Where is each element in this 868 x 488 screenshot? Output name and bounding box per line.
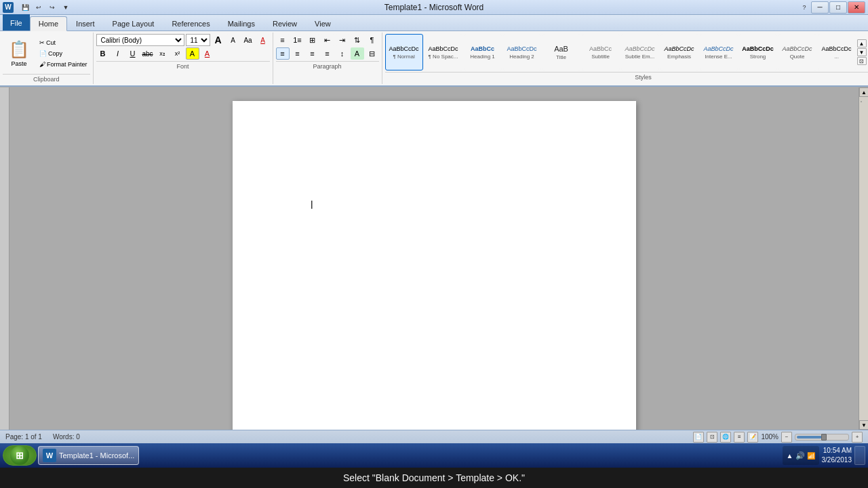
strikethrough-btn[interactable]: abc <box>141 47 155 60</box>
style-title[interactable]: AaB Title <box>542 34 580 70</box>
gallery-more-btn[interactable]: ⊡ <box>857 57 867 65</box>
gallery-scroll: ▲ ▼ ⊡ <box>857 39 867 65</box>
tab-references[interactable]: References <box>163 16 218 30</box>
style-quote-name: Quote <box>790 54 805 60</box>
copy-button[interactable]: 📄 Copy <box>37 49 90 58</box>
close-btn[interactable]: ✕ <box>848 1 865 14</box>
font-label: Font <box>96 61 270 70</box>
minimize-btn[interactable]: ─ <box>811 1 829 14</box>
zoom-level: 100% <box>761 433 778 441</box>
change-case-btn[interactable]: Aa <box>241 34 255 46</box>
style-intense-e[interactable]: AaBbCcDc Intense E... <box>700 34 738 70</box>
customize-quick-btn[interactable]: ▼ <box>60 1 72 14</box>
style-emphasis[interactable]: AaBbCcDc Emphasis <box>660 34 698 70</box>
font-row2: B I U abc x₂ x² A A <box>96 47 270 60</box>
redo-quick-btn[interactable]: ↪ <box>46 1 58 14</box>
undo-quick-btn[interactable]: ↩ <box>33 1 45 14</box>
document-area[interactable]: ▲ ▼ I <box>0 87 868 430</box>
style-more[interactable]: AaBbCcDc ... <box>818 34 856 70</box>
start-button[interactable]: ⊞ <box>3 445 37 466</box>
shrink-font-btn[interactable]: A <box>226 34 240 46</box>
sort-btn[interactable]: ⇅ <box>351 34 364 46</box>
style-normal[interactable]: AaBbCcDc ¶ Normal <box>385 34 423 70</box>
show-para-marks-btn[interactable]: ¶ <box>366 34 379 46</box>
tab-insert[interactable]: Insert <box>67 16 104 30</box>
font-size-select[interactable]: 11 <box>186 34 210 46</box>
text-highlight-btn[interactable]: A <box>186 47 199 60</box>
web-layout-view-btn[interactable]: 🌐 <box>720 432 731 443</box>
style-normal-name: ¶ Normal <box>393 54 414 60</box>
underline-btn[interactable]: U <box>126 47 140 60</box>
tab-file[interactable]: File <box>3 14 30 30</box>
style-emphasis-name: Emphasis <box>667 54 691 60</box>
clock-date: 3/26/2013 <box>822 455 852 465</box>
paste-icon: 📋 <box>9 40 29 59</box>
scroll-up-btn[interactable]: ▲ <box>859 87 868 97</box>
tab-view[interactable]: View <box>306 16 340 30</box>
style-subtitle-name: Subtitle <box>591 54 610 60</box>
bullets-btn[interactable]: ≡ <box>276 34 290 46</box>
outline-view-btn[interactable]: ≡ <box>734 432 745 443</box>
style-strong[interactable]: AaBbCcDc Strong <box>739 34 777 70</box>
shading-btn[interactable]: A <box>351 47 364 60</box>
align-right-btn[interactable]: ≡ <box>306 47 319 60</box>
tab-review[interactable]: Review <box>264 16 306 30</box>
style-heading2[interactable]: AaBbCcDc Heading 2 <box>503 34 541 70</box>
style-intense-e-preview: AaBbCcDc <box>704 45 734 52</box>
decrease-indent-btn[interactable]: ⇤ <box>321 34 334 46</box>
maximize-btn[interactable]: □ <box>829 1 847 14</box>
status-right: 📄 ⊡ 🌐 ≡ 📝 100% − + <box>693 432 863 443</box>
italic-btn[interactable]: I <box>111 47 125 60</box>
zoom-out-btn[interactable]: − <box>781 432 792 443</box>
align-left-btn[interactable]: ≡ <box>276 47 290 60</box>
save-quick-btn[interactable]: 💾 <box>19 1 31 14</box>
align-center-btn[interactable]: ≡ <box>291 47 304 60</box>
style-subtle-em-name: Subtle Em... <box>625 54 655 60</box>
justify-btn[interactable]: ≡ <box>321 47 334 60</box>
gallery-down-btn[interactable]: ▼ <box>857 48 867 56</box>
bold-btn[interactable]: B <box>96 47 110 60</box>
format-painter-button[interactable]: 🖌 Format Painter <box>37 60 90 69</box>
scroll-thumb[interactable] <box>861 101 862 102</box>
superscript-btn[interactable]: x² <box>171 47 184 60</box>
zoom-slider-thumb[interactable] <box>821 434 827 441</box>
style-subtle-em[interactable]: AaBbCcDc Subtle Em... <box>621 34 659 70</box>
subscript-btn[interactable]: x₂ <box>156 47 170 60</box>
tab-page-layout[interactable]: Page Layout <box>104 16 163 30</box>
word-taskbar-btn[interactable]: W Template1 - Microsof... <box>38 446 139 465</box>
style-subtitle[interactable]: AaBbCc Subtitle <box>582 34 620 70</box>
zoom-slider[interactable] <box>795 434 849 441</box>
tab-home[interactable]: Home <box>30 16 67 31</box>
style-subtle-em-preview: AaBbCcDc <box>625 45 655 52</box>
paste-label: Paste <box>11 60 26 67</box>
clipboard-group: 📋 Paste ✂ Cut 📄 Copy 🖌 Format Painter Cl… <box>0 33 94 84</box>
style-no-spacing[interactable]: AaBbCcDc ¶ No Spac... <box>425 34 462 70</box>
line-spacing-btn[interactable]: ↕ <box>336 47 349 60</box>
print-layout-view-btn[interactable]: 📄 <box>693 432 704 443</box>
document-page[interactable]: I <box>233 101 636 430</box>
style-quote[interactable]: AaBbCcDc Quote <box>778 34 816 70</box>
help-btn[interactable]: ? <box>798 1 810 14</box>
draft-view-btn[interactable]: 📝 <box>747 432 758 443</box>
increase-indent-btn[interactable]: ⇥ <box>336 34 349 46</box>
paste-button[interactable]: 📋 Paste <box>3 37 35 70</box>
style-strong-preview: AaBbCcDc <box>742 45 774 52</box>
zoom-in-btn[interactable]: + <box>852 432 863 443</box>
style-heading1[interactable]: AaBbCc Heading 1 <box>464 34 502 70</box>
font-family-select[interactable]: Calibri (Body) <box>96 34 184 46</box>
font-group: Calibri (Body) 11 A A Aa A B I U abc x₂ <box>94 33 273 84</box>
show-desktop-btn[interactable] <box>854 446 865 465</box>
font-color-btn[interactable]: A <box>201 47 214 60</box>
multilevel-btn[interactable]: ⊞ <box>306 34 319 46</box>
cut-button[interactable]: ✂ Cut <box>37 38 90 47</box>
scroll-down-btn[interactable]: ▼ <box>859 420 868 430</box>
grow-font-btn[interactable]: A <box>212 34 225 46</box>
style-quote-preview: AaBbCcDc <box>783 45 812 52</box>
numbering-btn[interactable]: 1≡ <box>291 34 304 46</box>
gallery-up-btn[interactable]: ▲ <box>857 39 867 47</box>
borders-btn[interactable]: ⊟ <box>366 47 379 60</box>
full-screen-view-btn[interactable]: ⊡ <box>707 432 717 443</box>
style-more-preview: AaBbCcDc <box>822 45 852 52</box>
clear-format-btn[interactable]: A <box>256 34 270 46</box>
tab-mailings[interactable]: Mailings <box>219 16 264 30</box>
